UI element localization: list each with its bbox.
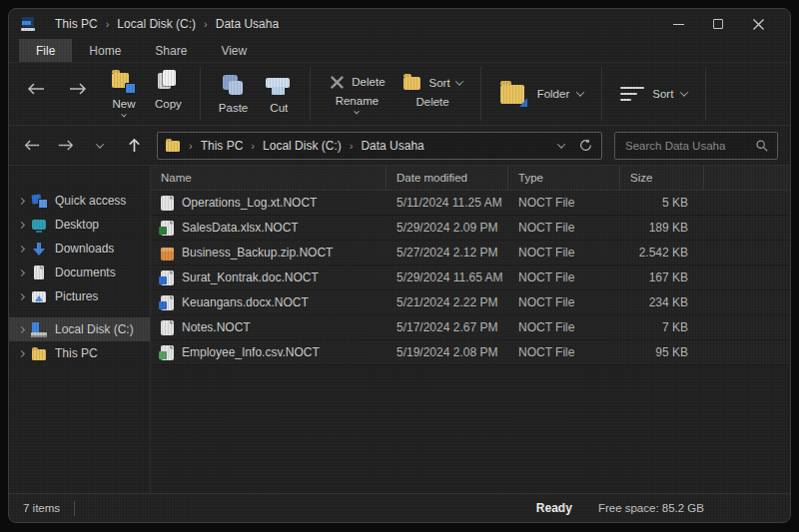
back-arrow-icon: [23, 139, 41, 152]
search-icon: [755, 139, 769, 153]
sidebar-item[interactable]: Pictures: [9, 284, 150, 308]
sidebar-item[interactable]: Desktop: [9, 213, 150, 237]
table-row[interactable]: SalesData.xlsx.NOCT 5/29/2024 2.09 PM NO…: [151, 216, 790, 241]
file-type-icon: [161, 320, 174, 335]
file-type: NOCT File: [508, 221, 620, 235]
sort-label: Sort: [429, 77, 450, 89]
file-type: NOCT File: [508, 270, 620, 284]
chevron-down-icon: [680, 88, 688, 96]
breadcrumb-item[interactable]: › Local Disk (C:): [251, 139, 341, 153]
search-input[interactable]: [623, 139, 755, 153]
breadcrumb-separator: ›: [204, 18, 208, 30]
menu-tab[interactable]: View: [204, 39, 264, 62]
sidebar-item-label: Local Disk (C:): [55, 322, 134, 336]
file-date-modified: 5/29/2024 11.65 AM: [387, 270, 508, 284]
up-button[interactable]: [123, 135, 145, 157]
sidebar-item[interactable]: Quick access: [9, 189, 150, 213]
nav-back-button[interactable]: [21, 135, 43, 157]
cut-button[interactable]: Cut: [266, 74, 292, 114]
file-explorer-window: This PC › Local Disk (C:) › Data Usaha: [8, 8, 791, 523]
file-list-pane: Name Date modified Type Size Operations_…: [151, 166, 790, 493]
back-button[interactable]: [25, 78, 47, 100]
file-size: 7 KB: [620, 320, 704, 334]
breadcrumb-separator: ›: [189, 140, 193, 152]
breadcrumb-item[interactable]: › Data Usaha: [350, 139, 424, 153]
forward-button[interactable]: [67, 78, 89, 100]
chevron-down-icon: [121, 112, 127, 118]
table-row[interactable]: Operations_Log.xt.NOCT 5/11/2024 11.25 A…: [151, 191, 790, 216]
menu-tab-label: View: [221, 44, 247, 58]
column-header-date-modified[interactable]: Date modified: [387, 166, 508, 190]
address-bar: › This PC › Local Disk (C:) › Data Usaha: [9, 126, 790, 166]
nav-forward-button[interactable]: [55, 135, 77, 157]
expand-chevron-icon[interactable]: [18, 221, 25, 228]
rename-delete-button[interactable]: Delete Rename: [329, 74, 385, 115]
file-date-modified: 5/21/2024 2.22 PM: [387, 295, 508, 309]
file-type-icon: [161, 196, 174, 211]
ready-status: Ready: [536, 501, 572, 515]
refresh-icon[interactable]: [578, 138, 593, 153]
column-header-type[interactable]: Type: [508, 166, 620, 190]
ribbon-separator: [601, 67, 602, 121]
sidebar-item[interactable]: Documents: [9, 261, 150, 284]
sort-button[interactable]: Sort: [610, 87, 697, 101]
expand-chevron-icon[interactable]: [18, 349, 25, 356]
maximize-button[interactable]: [698, 10, 738, 38]
table-row[interactable]: Employee_Info.csv.NOCT 5/19/2024 2.08 PM…: [151, 340, 790, 365]
chevron-down-icon: [454, 77, 462, 85]
table-row[interactable]: Keuangans.docx.NOCT 5/21/2024 2.22 PM NO…: [151, 290, 790, 315]
breadcrumb-separator: ›: [350, 140, 354, 152]
window-title: This PC › Local Disk (C:) › Data Usaha: [47, 17, 279, 31]
sidebar-item-label: Desktop: [55, 218, 99, 232]
table-row[interactable]: Business_Backup.zip.NOCT 5/27/2024 2.12 …: [151, 241, 790, 266]
new-button[interactable]: New: [111, 70, 137, 118]
delete-label: Delete: [415, 96, 448, 108]
file-size: 2.542 KB: [620, 246, 704, 260]
file-type-icon: [161, 221, 174, 236]
column-header-size[interactable]: Size: [620, 166, 704, 190]
close-button[interactable]: [738, 10, 778, 38]
free-space: Free space: 85.2 GB: [598, 502, 704, 514]
back-arrow-icon: [26, 82, 46, 96]
ribbon-separator: [200, 67, 201, 121]
menu-tab[interactable]: Share: [138, 39, 204, 62]
table-row[interactable]: Surat_Kontrak.doc.NOCT 5/29/2024 11.65 A…: [151, 266, 790, 290]
file-type: NOCT File: [508, 320, 620, 334]
expand-chevron-icon[interactable]: [18, 325, 25, 332]
column-header-name[interactable]: Name: [151, 166, 387, 190]
sidebar-item[interactable]: This PC: [9, 341, 150, 365]
items-count: 7 items: [23, 502, 60, 514]
file-date-modified: 5/17/2024 2.67 PM: [387, 320, 508, 334]
file-type: NOCT File: [508, 345, 620, 359]
minimize-button[interactable]: [658, 10, 698, 38]
sidebar-item-label: This PC: [55, 346, 98, 360]
expand-chevron-icon[interactable]: [18, 245, 25, 252]
sidebar-item-icon: [31, 242, 48, 257]
menu-tab-label: File: [36, 44, 55, 58]
expand-chevron-icon[interactable]: [18, 292, 25, 299]
recent-locations-button[interactable]: [89, 135, 111, 157]
title-crumb-label: Data Usaha: [216, 17, 279, 31]
table-row[interactable]: Notes.NOCT 5/17/2024 2.67 PM NOCT File 7…: [151, 315, 790, 340]
folder-button[interactable]: Folder: [489, 81, 594, 107]
sort-delete-button[interactable]: Sort Delete: [403, 74, 462, 108]
folder-icon: [166, 139, 181, 152]
breadcrumb[interactable]: › This PC › Local Disk (C:) › Data Usaha: [157, 132, 602, 160]
forward-arrow-icon: [57, 139, 75, 152]
expand-chevron-icon[interactable]: [18, 197, 25, 204]
sidebar-item[interactable]: Downloads: [9, 237, 150, 261]
breadcrumb-item[interactable]: › This PC: [189, 139, 243, 153]
column-headers: Name Date modified Type Size: [151, 166, 790, 191]
paste-button[interactable]: Paste: [219, 74, 248, 114]
navigation-sidebar: Quick access Desktop Downloads: [9, 166, 151, 493]
maximize-icon: [713, 19, 723, 29]
menu-tab[interactable]: Home: [72, 39, 138, 62]
copy-button[interactable]: Copy: [155, 70, 182, 110]
expand-chevron-icon[interactable]: [18, 268, 25, 275]
menu-tab[interactable]: File: [19, 39, 72, 62]
status-bar: 7 items Ready Free space: 85.2 GB: [9, 493, 790, 522]
sidebar-item[interactable]: Local Disk (C:): [9, 317, 150, 341]
file-size: 5 KB: [620, 196, 704, 210]
ribbon-separator: [480, 67, 481, 121]
address-dropdown-chevron-icon[interactable]: [557, 140, 565, 148]
